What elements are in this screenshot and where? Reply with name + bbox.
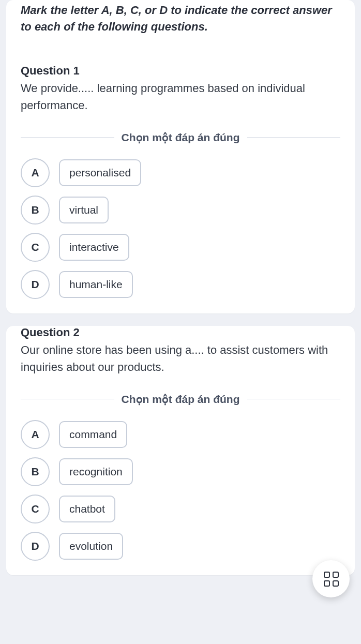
divider-line-right	[247, 399, 341, 399]
option-text[interactable]: chatbot	[59, 496, 115, 522]
question-title: Question 2	[21, 326, 340, 339]
divider-line-right	[247, 137, 341, 138]
options-list: A command B recognition C chatbot D evol…	[21, 420, 340, 561]
divider-line-left	[21, 137, 114, 138]
option-letter[interactable]: B	[21, 196, 50, 224]
option-text[interactable]: human-like	[59, 271, 133, 298]
option-letter[interactable]: D	[21, 532, 50, 561]
question-text: We provide..... learning programmes base…	[21, 80, 340, 114]
option-row-d[interactable]: D human-like	[21, 270, 340, 299]
divider-label: Chọn một đáp án đúng	[122, 131, 240, 144]
option-letter[interactable]: C	[21, 495, 50, 523]
choose-divider: Chọn một đáp án đúng	[21, 131, 340, 144]
option-row-a[interactable]: A command	[21, 420, 340, 449]
option-text[interactable]: virtual	[59, 197, 109, 223]
option-row-c[interactable]: C interactive	[21, 233, 340, 262]
option-text[interactable]: interactive	[59, 234, 129, 261]
instruction-text: Mark the letter A, B, C, or D to indicat…	[21, 0, 340, 35]
option-text[interactable]: personalised	[59, 159, 141, 186]
options-list: A personalised B virtual C interactive D…	[21, 158, 340, 299]
question-card-1: Mark the letter A, B, C, or D to indicat…	[6, 0, 355, 313]
question-text: Our online store has been using a.... to…	[21, 341, 340, 376]
choose-divider: Chọn một đáp án đúng	[21, 393, 340, 406]
question-title: Question 1	[21, 50, 340, 78]
grid-icon	[324, 572, 339, 587]
option-text[interactable]: evolution	[59, 533, 123, 560]
option-text[interactable]: command	[59, 421, 127, 448]
option-letter[interactable]: A	[21, 420, 50, 449]
option-row-b[interactable]: B recognition	[21, 457, 340, 486]
option-letter[interactable]: B	[21, 457, 50, 486]
question-card-2: Question 2 Our online store has been usi…	[6, 326, 355, 575]
option-row-b[interactable]: B virtual	[21, 196, 340, 224]
option-row-d[interactable]: D evolution	[21, 532, 340, 561]
divider-label: Chọn một đáp án đúng	[122, 393, 240, 406]
option-letter[interactable]: D	[21, 270, 50, 299]
option-text[interactable]: recognition	[59, 458, 133, 485]
option-letter[interactable]: A	[21, 158, 50, 187]
divider-line-left	[21, 399, 114, 399]
option-row-c[interactable]: C chatbot	[21, 495, 340, 523]
option-letter[interactable]: C	[21, 233, 50, 262]
option-row-a[interactable]: A personalised	[21, 158, 340, 187]
